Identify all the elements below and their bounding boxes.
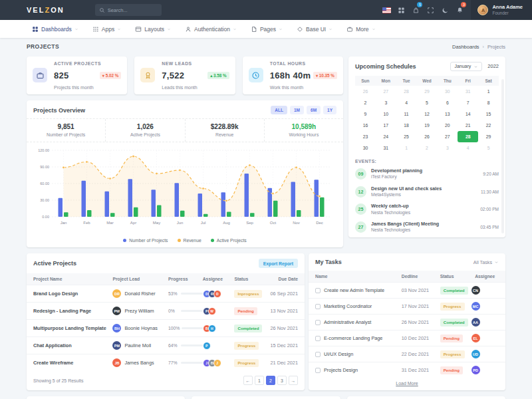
calendar-day[interactable]: 31 xyxy=(376,142,396,154)
calendar-day[interactable]: 2 xyxy=(417,142,438,154)
layouts-icon xyxy=(135,25,142,33)
user-menu[interactable]: A Anna Adame Founder xyxy=(471,0,532,20)
task-checkbox[interactable] xyxy=(315,352,321,357)
nav-item-more[interactable]: More xyxy=(346,25,375,33)
calendar-day[interactable]: 4 xyxy=(396,97,417,108)
calendar-day[interactable]: 27 xyxy=(376,86,396,97)
tasks-filter-dropdown[interactable]: All Tasks xyxy=(473,259,499,265)
breadcrumb-item[interactable]: Projects xyxy=(487,44,505,50)
cart-badge: 5 xyxy=(417,2,422,7)
legend-item[interactable]: Revenue xyxy=(178,238,201,243)
calendar-day[interactable]: 14 xyxy=(458,108,478,120)
calendar-day[interactable]: 2 xyxy=(355,97,376,108)
calendar-day[interactable]: 17 xyxy=(376,120,396,131)
kpi-label: Revenue xyxy=(186,132,264,137)
nav-item-layouts[interactable]: Layouts xyxy=(135,25,171,33)
progress-bar xyxy=(181,293,202,295)
task-checkbox[interactable] xyxy=(315,336,321,341)
calendar-day[interactable]: 5 xyxy=(417,97,438,108)
calendar-day[interactable]: 19 xyxy=(417,120,438,131)
calendar-day[interactable]: 30 xyxy=(355,142,376,154)
range-button-all[interactable]: ALL xyxy=(271,106,287,114)
event-date-badge: 27 xyxy=(355,221,366,233)
cart-button[interactable]: 5 xyxy=(408,0,423,20)
pagination-next[interactable]: → xyxy=(289,376,298,385)
calendar-day[interactable]: 30 xyxy=(437,86,458,97)
nav-item-pages[interactable]: Pages xyxy=(251,25,283,33)
task-checkbox[interactable] xyxy=(315,304,321,309)
event-item[interactable]: 25 Weekly catch-up Nesta Technologies 02… xyxy=(348,200,505,218)
calendar-day[interactable]: 26 xyxy=(417,131,438,142)
calendar-day[interactable]: 16 xyxy=(355,120,376,131)
calendar-day[interactable]: 15 xyxy=(478,108,499,120)
nav-item-apps[interactable]: Apps xyxy=(92,25,121,33)
calendar-day[interactable]: 21 xyxy=(458,120,478,131)
pagination-page-1[interactable]: 1 xyxy=(255,376,264,385)
range-button-6m[interactable]: 6M xyxy=(307,106,321,114)
progress-bar xyxy=(181,310,202,312)
assignee-avatars: JBJ xyxy=(203,359,235,367)
language-flag-button[interactable] xyxy=(379,0,394,20)
calendar-day-selected[interactable]: 28 xyxy=(458,131,478,142)
range-button-1m[interactable]: 1M xyxy=(290,106,304,114)
calendar-day[interactable]: 11 xyxy=(396,108,417,120)
load-more-link[interactable]: Load More xyxy=(396,381,418,386)
calendar-day[interactable]: 29 xyxy=(417,86,438,97)
search-input[interactable] xyxy=(108,7,158,13)
calendar-day[interactable]: 27 xyxy=(437,131,458,142)
calendar-day[interactable]: 10 xyxy=(376,108,396,120)
calendar-day[interactable]: 20 xyxy=(437,120,458,131)
notifications-button[interactable]: 3 xyxy=(452,0,467,20)
pagination-page-3[interactable]: 3 xyxy=(277,376,287,385)
calendar-day[interactable]: 8 xyxy=(478,97,499,108)
pagination-prev[interactable]: ← xyxy=(243,376,253,385)
nav-item-authentication[interactable]: Authentication xyxy=(185,25,237,33)
main-nav: DashboardsAppsLayoutsAuthenticationPages… xyxy=(0,20,532,38)
calendar-day[interactable]: 13 xyxy=(437,108,458,120)
calendar-day[interactable]: 6 xyxy=(437,97,458,108)
task-checkbox[interactable] xyxy=(315,288,321,293)
calendar-day[interactable]: 28 xyxy=(396,86,417,97)
legend-item[interactable]: Active Projects xyxy=(211,238,247,243)
calendar-day[interactable]: 24 xyxy=(376,131,396,142)
export-report-button[interactable]: Export Report xyxy=(259,259,298,268)
calendar-day[interactable]: 1 xyxy=(478,86,499,97)
legend-dot xyxy=(123,239,126,242)
fullscreen-button[interactable] xyxy=(423,0,438,20)
calendar-day[interactable]: 31 xyxy=(458,86,478,97)
projects-overview-card: Projects Overview ALL1M6M1Y 9,851 Number… xyxy=(27,100,343,247)
calendar-day[interactable]: 3 xyxy=(376,97,396,108)
app-logo[interactable]: VELZON xyxy=(27,6,65,14)
pagination-page-2[interactable]: 2 xyxy=(266,376,275,385)
calendar-day[interactable]: 26 xyxy=(355,86,376,97)
nav-item-base-ui[interactable]: Base UI xyxy=(297,25,332,33)
calendar-day[interactable]: 1 xyxy=(396,142,417,154)
event-item[interactable]: 09 Development planning iTest Factory 9:… xyxy=(348,165,505,183)
calendar-day[interactable]: 9 xyxy=(355,108,376,120)
project-lead-name: Boonie Hoynas xyxy=(124,325,158,331)
breadcrumb-item[interactable]: Dashboards xyxy=(452,44,479,50)
calendar-day[interactable]: 18 xyxy=(396,120,417,131)
calendar-day[interactable]: 29 xyxy=(478,131,499,142)
scrollbar-track[interactable] xyxy=(501,79,504,233)
dark-mode-button[interactable] xyxy=(438,0,452,20)
calendar-day[interactable]: 25 xyxy=(396,131,417,142)
calendar-day[interactable]: 5 xyxy=(478,142,499,154)
calendar-day[interactable]: 3 xyxy=(437,142,458,154)
nav-item-dashboards[interactable]: Dashboards xyxy=(32,25,78,33)
event-item[interactable]: 27 James Bangs (Client) Meeting Nesta Te… xyxy=(348,218,505,236)
legend-item[interactable]: Number of Projects xyxy=(123,238,168,243)
task-checkbox[interactable] xyxy=(315,320,321,325)
apps-grid-button[interactable] xyxy=(394,0,408,20)
calendar-day[interactable]: 22 xyxy=(478,120,499,131)
month-select[interactable]: January xyxy=(450,62,482,71)
pages-icon xyxy=(251,25,257,33)
range-button-1y[interactable]: 1Y xyxy=(323,106,336,114)
calendar-day[interactable]: 7 xyxy=(458,97,478,108)
calendar-day[interactable]: 23 xyxy=(355,131,376,142)
status-cell: Completed xyxy=(234,325,263,332)
event-item[interactable]: 12 Design new UI and check sales Meta4Sy… xyxy=(348,183,505,201)
task-checkbox[interactable] xyxy=(315,368,321,373)
calendar-day[interactable]: 4 xyxy=(458,142,478,154)
calendar-day[interactable]: 12 xyxy=(417,108,438,120)
